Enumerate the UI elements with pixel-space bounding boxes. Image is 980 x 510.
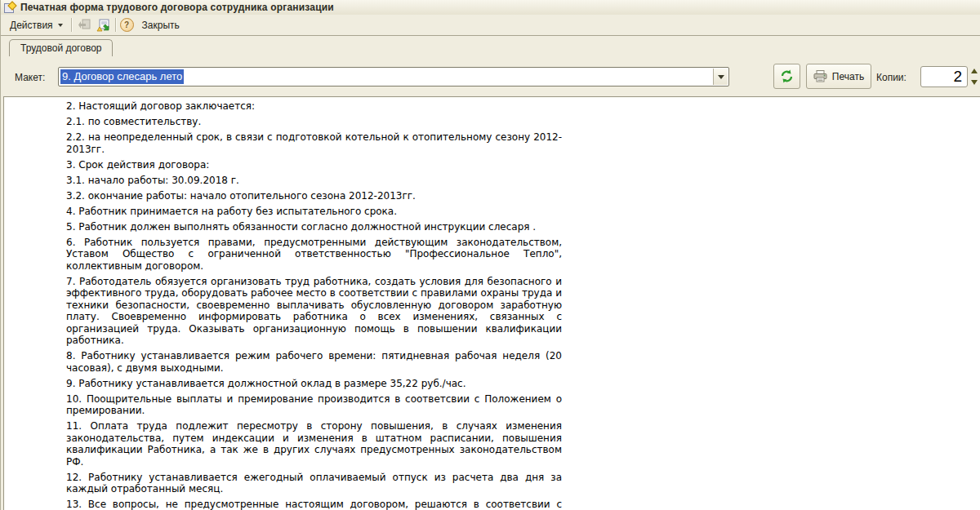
document-paragraph: 2.2. на неопределенный срок, в связи с п… (66, 131, 562, 155)
document-paragraph: 8. Работнику устанавливается режим рабоч… (66, 350, 562, 374)
refresh-icon (780, 69, 794, 83)
window-title: Печатная форма трудового договора сотруд… (20, 2, 334, 13)
document-paragraph: 2. Настоящий договор заключается: (66, 100, 562, 113)
combobox-dropdown-button[interactable] (713, 69, 728, 85)
document-paragraph: 9. Работнику устанавливается должностной… (66, 378, 562, 390)
help-icon[interactable]: ? (120, 18, 134, 32)
chevron-down-icon (718, 75, 724, 79)
document-paragraph: 4. Работник принимается на работу без ис… (66, 206, 562, 218)
layout-combobox[interactable]: 9. Договор слесарь лето (58, 67, 729, 86)
reread-layout-icon[interactable] (96, 18, 110, 32)
document-paragraph: 3. Срок действия договора: (66, 159, 562, 171)
tab-trudovoy-dogovor[interactable]: Трудовой договор (9, 39, 113, 56)
form-icon (4, 2, 16, 13)
document-paragraph: 11. Оплата труда подлежит пересмотру в с… (66, 420, 562, 468)
toolbar-separator (115, 18, 117, 32)
toolbar: Действия ? Закрыть (1, 15, 980, 36)
document-paragraph: 3.2. окончание работы: начало отопительн… (66, 190, 562, 202)
spinner-down-icon[interactable] (971, 80, 978, 85)
document-paragraph: 13. Все вопросы, не предусмотренные наст… (66, 499, 562, 510)
tab-label: Трудовой договор (20, 42, 101, 54)
document-paragraph: 2.1. по совместительству. (66, 116, 562, 128)
copies-spinner[interactable] (969, 66, 979, 87)
refresh-button[interactable] (773, 64, 800, 89)
document-paragraph: 10. Поощрительные выплаты и премирование… (66, 393, 562, 417)
document-paragraph: 5. Работник должен выполнять обязанности… (66, 221, 562, 233)
contract-text: 2. Настоящий договор заключается:2.1. по… (66, 100, 562, 510)
copies-input[interactable]: 2 (920, 66, 968, 87)
actions-button-label: Действия (10, 20, 53, 31)
copies-label: Копии: (876, 72, 906, 83)
actions-button[interactable]: Действия (5, 17, 68, 33)
close-button-label: Закрыть (142, 20, 180, 31)
close-button[interactable]: Закрыть (137, 17, 185, 33)
spinner-up-icon[interactable] (971, 69, 978, 73)
printer-icon (813, 70, 827, 82)
document-preview[interactable]: 2. Настоящий договор заключается:2.1. по… (3, 96, 980, 510)
controls-row: Макет: 9. Договор слесарь лето (1, 55, 980, 96)
go-back-disabled-icon (78, 18, 92, 32)
document-paragraph: 6. Работник пользуется правами, предусмо… (66, 237, 562, 273)
toolbar-separator (71, 18, 73, 32)
document-paragraph: 7. Работодатель обязуется организовать т… (66, 276, 562, 347)
print-button[interactable]: Печать (806, 64, 871, 89)
print-form-window: Печатная форма трудового договора сотруд… (0, 0, 980, 510)
print-button-label: Печать (832, 71, 864, 82)
actions-caret-icon (58, 24, 63, 27)
document-paragraph: 12. Работнику устанавливается ежегодный … (66, 472, 562, 495)
tab-strip: Трудовой договор (1, 35, 980, 55)
document-paragraph: 3.1. начало работы: 30.09.2018 г. (66, 175, 562, 187)
layout-combobox-value: 9. Договор слесарь лето (60, 69, 184, 84)
layout-label: Макет: (15, 72, 45, 83)
title-bar: Печатная форма трудового договора сотруд… (1, 0, 980, 16)
